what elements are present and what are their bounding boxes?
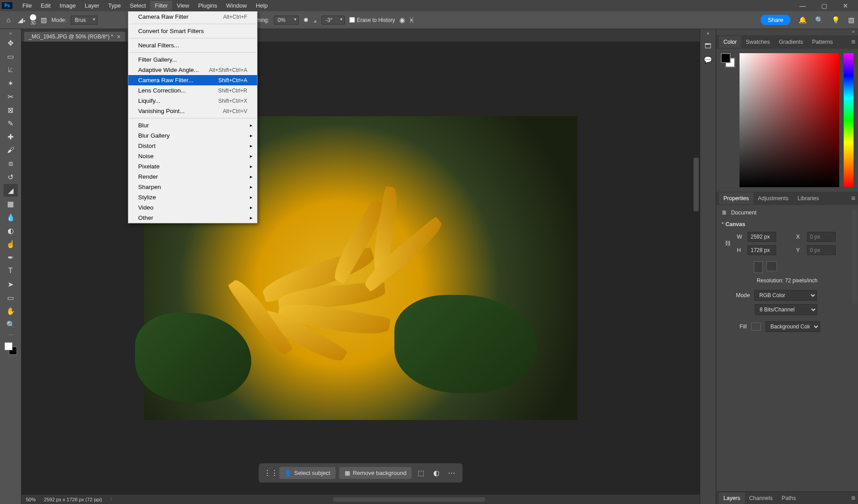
smudge-tool[interactable]: ☝ [4,238,18,250]
frame-tool[interactable]: ⊠ [4,104,18,116]
rectangle-tool[interactable]: ▭ [4,291,18,304]
blur-tool[interactable]: 💧 [4,211,18,223]
status-dims[interactable]: 2592 px x 1728 px (72 ppi) [44,497,102,502]
menu-view[interactable]: View [172,1,194,10]
filter-item-camera-raw-filter[interactable]: Camera Raw FilterAlt+Ctrl+F [128,12,257,22]
lasso-tool[interactable]: ⟀ [4,63,18,76]
notifications-icon[interactable]: 🔔 [799,16,807,24]
history-brush-tool[interactable]: ↺ [4,171,18,183]
menu-image[interactable]: Image [55,1,80,10]
tab-properties[interactable]: Properties [719,193,753,204]
menu-plugins[interactable]: Plugins [194,1,222,10]
menu-layer[interactable]: Layer [80,1,104,10]
ministrip-collapse-chevron[interactable]: « [707,31,710,36]
link-wh-icon[interactable]: ⛓ [725,240,734,247]
canvas-section-label[interactable]: Canvas [725,221,745,227]
select-subject-button[interactable]: 👤Select subject [279,467,336,479]
tools-more[interactable]: ⋯ [4,332,18,338]
menu-file[interactable]: File [18,1,36,10]
tab-patterns[interactable]: Patterns [807,36,837,48]
foreground-background-colors[interactable] [4,342,17,355]
filter-item-render[interactable]: Render [128,172,257,182]
clone-stamp-tool[interactable]: ⧇ [4,157,18,170]
canvas[interactable]: ⋮⋮ 👤Select subject ▩Remove background ⬚ … [21,42,700,494]
zoom-tool[interactable]: 🔍 [4,318,18,331]
window-close[interactable]: ✕ [835,0,856,11]
tab-gradients[interactable]: Gradients [774,36,807,48]
color-panel-menu-icon[interactable]: ≡ [851,38,855,46]
menu-type[interactable]: Type [104,1,125,10]
tab-layers[interactable]: Layers [719,492,745,504]
menu-edit[interactable]: Edit [36,1,55,10]
menu-filter[interactable]: Filter [150,1,172,10]
menu-select[interactable]: Select [125,1,150,10]
path-select-tool[interactable]: ➤ [4,278,18,290]
properties-panel-menu-icon[interactable]: ≡ [851,194,855,202]
crop-tool[interactable]: ✂ [4,90,18,103]
fg-bg-swatch[interactable] [721,53,735,67]
tab-channels[interactable]: Channels [745,492,778,504]
brush-settings-icon[interactable]: ▨ [41,16,47,24]
fill-select[interactable]: Background Color [765,321,820,332]
tab-libraries[interactable]: Libraries [793,193,824,204]
tools-expand-chevron[interactable]: » [9,31,12,36]
filter-item-liquify[interactable]: Liquify...Shift+Ctrl+X [128,96,257,106]
document-tab[interactable]: _MG_1945.JPG @ 50% (RGB/8*) * ✕ [24,32,125,42]
filter-item-other[interactable]: Other [128,213,257,223]
layers-panel-menu-icon[interactable]: ≡ [851,494,855,502]
qa-transform-icon[interactable]: ⬚ [415,469,427,477]
hand-tool[interactable]: ✋ [4,305,18,317]
canvas-height-input[interactable] [748,245,776,255]
lightbulb-icon[interactable]: 💡 [832,16,840,24]
filter-item-stylize[interactable]: Stylize [128,192,257,202]
filter-item-sharpen[interactable]: Sharpen [128,182,257,192]
orientation-landscape[interactable] [766,261,777,271]
canvas-x-input[interactable] [807,232,836,242]
window-maximize[interactable]: ▢ [813,0,835,11]
tablet-pressure-icon[interactable]: ◉ [399,16,405,24]
menu-window[interactable]: Window [222,1,251,10]
filter-item-vanishing-point[interactable]: Vanishing Point...Alt+Ctrl+V [128,106,257,116]
close-tab-icon[interactable]: ✕ [117,34,121,40]
qa-mask-icon[interactable]: ◐ [431,469,442,477]
filter-item-lens-correction[interactable]: Lens Correction...Shift+Ctrl+R [128,85,257,96]
hue-slider[interactable] [844,53,854,187]
symmetry-icon[interactable]: ᚸ [410,16,414,24]
brush-preset[interactable]: 30 [30,14,36,25]
filter-item-convert-for-smart-filters[interactable]: Convert for Smart Filters [128,26,257,36]
filter-item-filter-gallery[interactable]: Filter Gallery... [128,55,257,65]
tab-swatches[interactable]: Swatches [741,36,774,48]
erase-to-history-checkbox[interactable]: Erase to History [349,17,395,23]
canvas-y-input[interactable] [807,245,836,255]
filter-item-blur-gallery[interactable]: Blur Gallery [128,130,257,141]
bit-depth-select[interactable]: 8 Bits/Channel [755,304,817,315]
color-field[interactable] [740,53,839,187]
qa-handle-icon[interactable]: ⋮⋮ [264,469,275,477]
panels-collapse-chevron[interactable]: » [716,29,858,35]
eyedropper-tool[interactable]: ✎ [4,117,18,130]
filter-item-camera-raw-filter[interactable]: Camera Raw Filter...Shift+Ctrl+A [128,75,257,85]
tab-color[interactable]: Color [719,36,741,48]
ministrip-icon-2[interactable]: 💬 [704,56,712,64]
filter-item-distort[interactable]: Distort [128,141,257,151]
filter-item-noise[interactable]: Noise [128,151,257,161]
filter-item-video[interactable]: Video [128,202,257,213]
properties-vscroll[interactable] [852,210,857,303]
dodge-tool[interactable]: ◐ [4,224,18,237]
filter-item-adaptive-wide-angle[interactable]: Adaptive Wide Angle...Alt+Shift+Ctrl+A [128,65,257,75]
gradient-tool[interactable]: ▦ [4,197,18,210]
brush-tool[interactable]: 🖌 [4,144,18,156]
filter-item-blur[interactable]: Blur [128,120,257,130]
canvas-hscroll[interactable] [333,497,485,502]
filter-item-pixelate[interactable]: Pixelate [128,161,257,172]
tool-preset-picker[interactable]: ◢▾ [18,16,25,24]
pen-tool[interactable]: ✒ [4,251,18,264]
eraser-tool[interactable]: ◢ [4,184,18,197]
angle-input[interactable]: -3° [321,16,345,25]
color-mode-select[interactable]: RGB Color [754,290,817,301]
tab-adjustments[interactable]: Adjustments [753,193,793,204]
fill-swatch[interactable] [751,323,761,331]
mode-dropdown[interactable]: Brus [71,16,97,25]
canvas-width-input[interactable] [748,232,776,242]
orientation-portrait[interactable] [754,261,763,273]
